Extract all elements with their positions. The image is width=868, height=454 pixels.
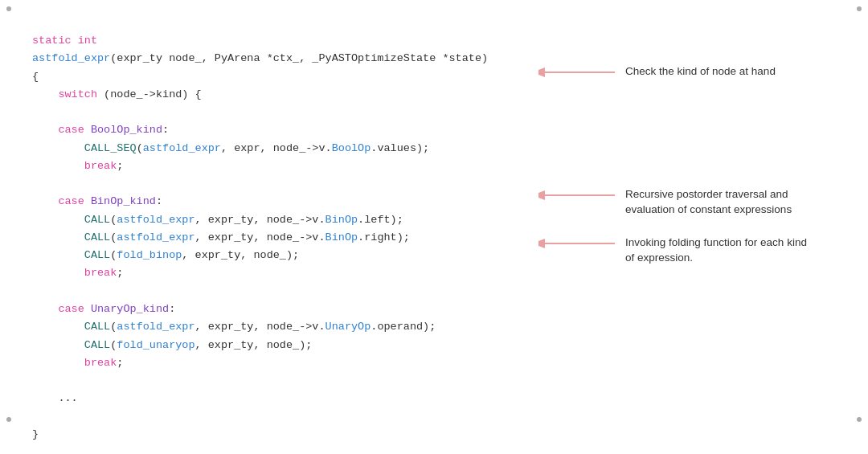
annotation-3-text: Invoking folding function for each kind …	[625, 235, 818, 266]
main-content: static int astfold_expr(expr_ty node_, P…	[0, 0, 868, 452]
code-line-13: CALL(fold_binop, expr_ty, node_);	[32, 247, 530, 264]
code-line-11: CALL(astfold_expr, expr_ty, node_->v.Bin…	[32, 211, 530, 229]
annotation-1-text: Check the kind of node at hand	[625, 64, 776, 80]
code-line-blank5	[32, 408, 530, 426]
code-line-7: CALL_SEQ(astfold_expr, expr, node_->v.Bo…	[32, 140, 530, 157]
slide-container: static int astfold_expr(expr_ty node_, P…	[0, 0, 868, 454]
code-line-blank3	[32, 283, 530, 301]
code-line-blank2	[32, 175, 530, 193]
code-line-blank1	[32, 104, 530, 121]
code-line-6: case BoolOp_kind:	[32, 121, 530, 139]
annotation-2-text: Recursive postorder traversal and evalua…	[625, 187, 818, 218]
annotation-3-arrow	[538, 235, 619, 252]
code-line-blank4	[32, 372, 530, 390]
annotations-container: Check the kind of node at hand	[547, 31, 836, 444]
annotation-1: Check the kind of node at hand	[538, 64, 776, 80]
code-line-2: astfold_expr(expr_ty node_, PyArena *ctx…	[32, 50, 530, 67]
annotation-section: Check the kind of node at hand	[530, 24, 836, 444]
code-line-18: CALL(fold_unaryop, expr_ty, node_);	[32, 337, 530, 354]
code-line-16: case UnaryOp_kind:	[32, 301, 530, 318]
corner-dot-tr	[857, 6, 862, 11]
code-line-3: {	[32, 68, 530, 86]
annotation-1-arrow	[538, 64, 619, 80]
annotation-2-arrow	[538, 187, 619, 203]
corner-dot-br	[857, 417, 862, 422]
annotation-2: Recursive postorder traversal and evalua…	[538, 187, 818, 218]
code-line-17: CALL(astfold_expr, expr_ty, node_->v.Una…	[32, 318, 530, 336]
annotation-3: Invoking folding function for each kind …	[538, 235, 818, 266]
code-line-1: static int	[32, 32, 530, 50]
code-line-8: break;	[32, 157, 530, 175]
code-line-10: case BinOp_kind:	[32, 193, 530, 211]
code-line-23: }	[32, 426, 530, 444]
code-line-21: ...	[32, 390, 530, 407]
code-line-12: CALL(astfold_expr, expr_ty, node_->v.Bin…	[32, 229, 530, 247]
code-section: static int astfold_expr(expr_ty node_, P…	[32, 24, 530, 444]
code-line-4: switch (node_->kind) {	[32, 86, 530, 104]
corner-dot-bl	[6, 417, 11, 422]
corner-dot-tl	[6, 6, 11, 11]
code-line-19: break;	[32, 354, 530, 372]
code-line-14: break;	[32, 264, 530, 282]
